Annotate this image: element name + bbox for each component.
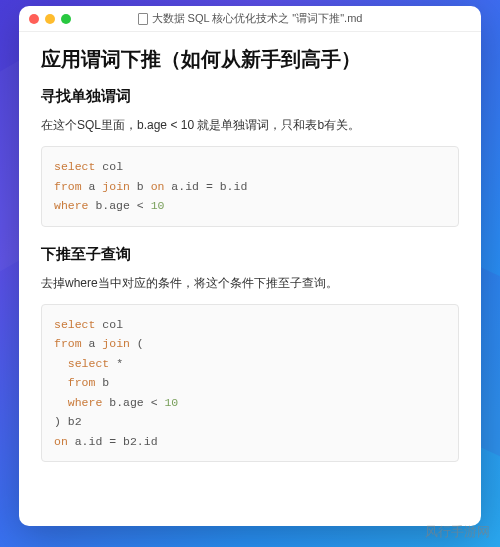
section-heading: 下推至子查询 [41, 245, 459, 264]
window-title: 大数据 SQL 核心优化技术之 "谓词下推".md [152, 11, 363, 26]
document-content[interactable]: 应用谓词下推（如何从新手到高手） 寻找单独谓词 在这个SQL里面，b.age <… [19, 32, 481, 526]
minimize-icon[interactable] [45, 14, 55, 24]
code-block: select col from a join b on a.id = b.id … [41, 146, 459, 227]
page-title: 应用谓词下推（如何从新手到高手） [41, 46, 459, 73]
file-icon [138, 13, 148, 25]
section-heading: 寻找单独谓词 [41, 87, 459, 106]
zoom-icon[interactable] [61, 14, 71, 24]
close-icon[interactable] [29, 14, 39, 24]
code-block: select col from a join ( select * from b… [41, 304, 459, 463]
watermark: 风行手游网 [425, 523, 490, 541]
paragraph: 在这个SQL里面，b.age < 10 就是单独谓词，只和表b有关。 [41, 116, 459, 134]
titlebar: 大数据 SQL 核心优化技术之 "谓词下推".md [19, 6, 481, 32]
window-controls [29, 14, 71, 24]
document-window: 大数据 SQL 核心优化技术之 "谓词下推".md 应用谓词下推（如何从新手到高… [19, 6, 481, 526]
paragraph: 去掉where当中对应的条件，将这个条件下推至子查询。 [41, 274, 459, 292]
